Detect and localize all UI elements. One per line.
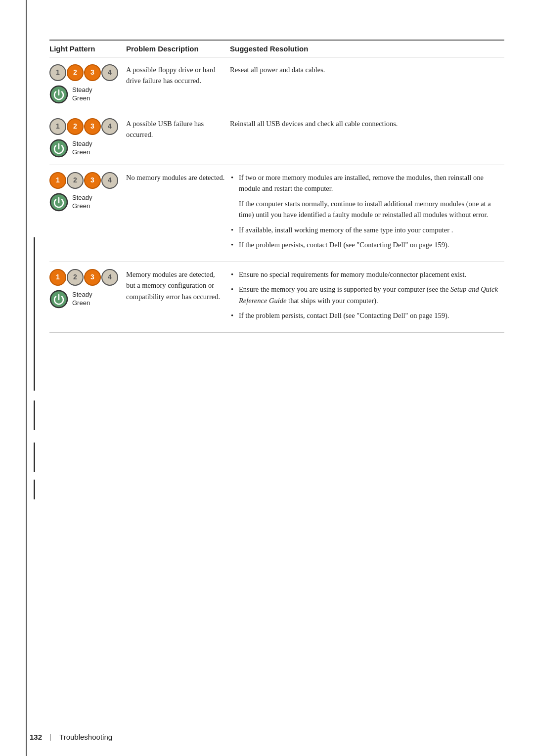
- col-header-light: Light Pattern: [49, 40, 126, 57]
- table-row: 1 2 3 4 SteadyGreen: [49, 165, 504, 262]
- resolution-item-4-1: Ensure no special requirements for memor…: [230, 269, 499, 280]
- problem-cell-2: A possible USB failure has occurred.: [126, 111, 230, 165]
- problem-text-3: No memory modules are detected.: [126, 172, 225, 183]
- led-row-4: 1 2 3 4: [49, 269, 121, 286]
- power-button-icon-3: [49, 193, 68, 212]
- resolution-text-1: Reseat all power and data cables.: [230, 64, 499, 75]
- steady-label-1: SteadyGreen: [72, 86, 92, 103]
- resolution-text-2: Reinstall all USB devices and check all …: [230, 118, 499, 129]
- footer-title: Troubleshooting: [59, 733, 112, 741]
- led-row-2: 1 2 3 4: [49, 118, 121, 135]
- steady-label-4: SteadyGreen: [72, 291, 92, 308]
- led-3-3: 3: [84, 172, 101, 189]
- side-mark-row3: [34, 237, 35, 391]
- steady-label-2: SteadyGreen: [72, 140, 92, 157]
- power-indicator-3: SteadyGreen: [49, 193, 121, 212]
- led-row-3: 1 2 3 4: [49, 172, 121, 189]
- resolution-cell-2: Reinstall all USB devices and check all …: [230, 111, 504, 165]
- power-indicator-4: SteadyGreen: [49, 290, 121, 309]
- resolution-cell-4: Ensure no special requirements for memor…: [230, 262, 504, 332]
- power-button-icon-4: [49, 290, 68, 309]
- light-pattern-cell-1: 1 2 3 4 SteadyGreen: [49, 57, 126, 111]
- col-header-resolution: Suggested Resolution: [230, 40, 504, 57]
- resolution-cell-3: If two or more memory modules are instal…: [230, 165, 504, 262]
- led-2-3: 3: [84, 118, 101, 135]
- resolution-list-4: Ensure no special requirements for memor…: [230, 269, 499, 321]
- page-content: Light Pattern Problem Description Sugges…: [49, 0, 504, 333]
- table-row: 1 2 3 4 SteadyGreen: [49, 111, 504, 165]
- led-1-4: 4: [101, 64, 118, 81]
- led-2-2: 2: [67, 118, 84, 135]
- italic-text-4-2: Setup and Quick Reference Guide: [239, 285, 498, 304]
- led-1-1: 1: [49, 64, 66, 81]
- table-row: 1 2 3 4 SteadyGreen: [49, 57, 504, 111]
- led-3-2: 2: [67, 172, 84, 189]
- problem-text-4: Memory modules are detected, but a memor…: [126, 269, 225, 302]
- side-mark-row4a: [34, 400, 35, 430]
- light-pattern-cell-4: 1 2 3 4 SteadyGreen: [49, 262, 126, 332]
- led-2-1: 1: [49, 118, 66, 135]
- power-indicator-1: SteadyGreen: [49, 85, 121, 104]
- diagnostic-table: Light Pattern Problem Description Sugges…: [49, 40, 504, 333]
- led-4-1: 1: [49, 269, 66, 286]
- resolution-item-4-2: Ensure the memory you are using is suppo…: [230, 284, 499, 306]
- problem-cell-4: Memory modules are detected, but a memor…: [126, 262, 230, 332]
- led-3-1: 1: [49, 172, 66, 189]
- problem-cell-3: No memory modules are detected.: [126, 165, 230, 262]
- resolution-item-4-3: If the problem persists, contact Dell (s…: [230, 310, 499, 321]
- led-1-3: 3: [84, 64, 101, 81]
- led-1-2: 2: [67, 64, 84, 81]
- problem-text-1: A possible floppy drive or hard drive fa…: [126, 64, 225, 87]
- led-3-4: 4: [101, 172, 118, 189]
- problem-text-2: A possible USB failure has occurred.: [126, 118, 225, 140]
- table-row: 1 2 3 4 SteadyGreen: [49, 262, 504, 332]
- led-2-4: 4: [101, 118, 118, 135]
- col-header-problem: Problem Description: [126, 40, 230, 57]
- light-pattern-cell-3: 1 2 3 4 SteadyGreen: [49, 165, 126, 262]
- side-mark-row4b: [34, 443, 35, 472]
- light-pattern-cell-2: 1 2 3 4 SteadyGreen: [49, 111, 126, 165]
- resolution-item-3-2: If available, install working memory of …: [230, 224, 499, 235]
- footer-page-number: 132: [30, 733, 42, 741]
- problem-cell-1: A possible floppy drive or hard drive fa…: [126, 57, 230, 111]
- page-footer: 132 | Troubleshooting: [0, 733, 534, 741]
- margin-bar: [26, 0, 27, 756]
- resolution-sub-3-1: If the computer starts normally, continu…: [239, 198, 499, 221]
- power-button-icon-2: [49, 139, 68, 158]
- led-4-3: 3: [84, 269, 101, 286]
- power-button-icon-1: [49, 85, 68, 104]
- led-4-2: 2: [67, 269, 84, 286]
- led-row-1: 1 2 3 4: [49, 64, 121, 81]
- resolution-list-3: If two or more memory modules are instal…: [230, 172, 499, 251]
- steady-label-3: SteadyGreen: [72, 194, 92, 211]
- resolution-item-3-1: If two or more memory modules are instal…: [230, 172, 499, 221]
- side-mark-row4c: [34, 480, 35, 499]
- resolution-item-3-3: If the problem persists, contact Dell (s…: [230, 239, 499, 250]
- power-indicator-2: SteadyGreen: [49, 139, 121, 158]
- led-4-4: 4: [101, 269, 118, 286]
- resolution-cell-1: Reseat all power and data cables.: [230, 57, 504, 111]
- footer-separator: |: [50, 733, 51, 741]
